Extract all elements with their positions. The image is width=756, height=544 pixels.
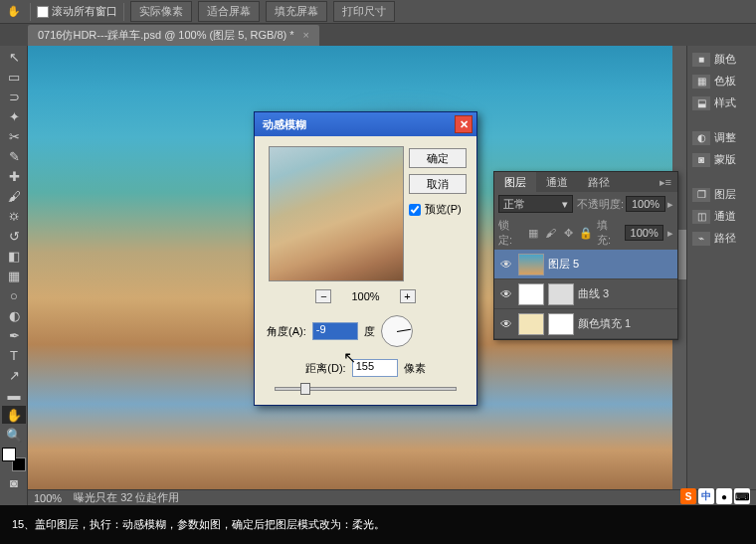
brush-tool-icon[interactable]: 🖌: [2, 187, 26, 205]
move-tool-icon[interactable]: ↖: [2, 48, 26, 66]
zoom-in-button[interactable]: +: [400, 289, 416, 303]
blur-tool-icon[interactable]: ○: [2, 286, 26, 304]
lock-transparent-icon[interactable]: ▦: [526, 226, 540, 240]
shape-tool-icon[interactable]: ▬: [2, 386, 26, 404]
angle-input[interactable]: -9: [312, 322, 358, 340]
fill-screen-button[interactable]: 填充屏幕: [266, 1, 327, 22]
cancel-button[interactable]: 取消: [409, 174, 467, 194]
fill-input[interactable]: 100%: [625, 225, 663, 241]
dialog-close-button[interactable]: ✕: [455, 115, 472, 133]
wm-icon: ⌨: [734, 488, 750, 504]
eraser-tool-icon[interactable]: ◧: [2, 247, 26, 265]
layer-row[interactable]: 👁 图层 5: [494, 250, 677, 279]
opacity-label: 不透明度:: [577, 197, 624, 212]
tab-layers[interactable]: 图层: [494, 172, 536, 193]
preview-checkbox[interactable]: 预览(P): [409, 202, 467, 217]
gradient-tool-icon[interactable]: ▦: [2, 267, 26, 284]
layer-name[interactable]: 颜色填充 1: [578, 316, 673, 331]
tab-close-icon[interactable]: ×: [303, 29, 309, 41]
tab-paths[interactable]: 路径: [578, 172, 620, 193]
dock-label: 蒙版: [714, 152, 736, 167]
lasso-tool-icon[interactable]: ⊃: [2, 88, 26, 105]
print-size-button[interactable]: 打印尺寸: [333, 1, 395, 22]
fg-bg-colors[interactable]: [2, 448, 26, 471]
layer-mask-thumbnail[interactable]: [548, 313, 574, 335]
document-tab[interactable]: 0716仿HDR---踩单车.psd @ 100% (图层 5, RGB/8) …: [28, 25, 319, 46]
dock-color[interactable]: ■颜色: [689, 50, 754, 69]
angle-dial[interactable]: [381, 315, 413, 347]
adjustment-thumbnail[interactable]: [548, 283, 574, 305]
fill-thumbnail[interactable]: [518, 313, 544, 335]
panel-menu-icon[interactable]: ▸≡: [654, 176, 677, 189]
actual-pixels-button[interactable]: 实际像素: [130, 1, 192, 22]
layer-row[interactable]: 👁 颜色填充 1: [494, 309, 677, 339]
quickmask-icon[interactable]: ◙: [2, 473, 26, 491]
fg-color-swatch[interactable]: [2, 448, 16, 461]
dock-label: 通道: [714, 209, 736, 224]
type-tool-icon[interactable]: T: [2, 346, 26, 364]
paths-icon: ⌁: [692, 232, 710, 246]
fit-screen-button[interactable]: 适合屏幕: [198, 1, 260, 22]
opacity-input[interactable]: 100%: [626, 196, 665, 212]
scroll-all-checkbox[interactable]: 滚动所有窗口: [37, 4, 117, 19]
zoom-out-button[interactable]: −: [315, 289, 331, 303]
dock-label: 调整: [714, 130, 736, 145]
dock-label: 路径: [714, 231, 736, 246]
heal-tool-icon[interactable]: ✚: [2, 167, 26, 185]
stamp-tool-icon[interactable]: ⛭: [2, 207, 26, 225]
ok-button[interactable]: 确定: [409, 148, 467, 168]
blend-mode-select[interactable]: 正常▾: [498, 195, 573, 213]
dock-styles[interactable]: ⬓样式: [689, 93, 754, 112]
pen-tool-icon[interactable]: ✒: [2, 326, 26, 344]
dodge-tool-icon[interactable]: ◐: [2, 306, 26, 324]
lock-position-icon[interactable]: ✥: [561, 226, 575, 240]
dock-paths[interactable]: ⌁路径: [689, 229, 754, 248]
wand-tool-icon[interactable]: ✦: [2, 107, 26, 125]
dock-label: 颜色: [714, 52, 736, 67]
distance-label: 距离(D):: [305, 361, 345, 376]
dock-layers[interactable]: ❐图层: [689, 185, 754, 204]
preview-checkbox-input[interactable]: [409, 204, 421, 216]
layer-mask-thumbnail[interactable]: [518, 283, 544, 305]
zoom-value: 100%: [351, 290, 379, 302]
hand-tool-icon[interactable]: ✋: [2, 406, 26, 424]
hand-tool-icon[interactable]: ✋: [4, 2, 24, 22]
layer-thumbnail[interactable]: [518, 254, 544, 275]
layer-row[interactable]: 👁 曲线 3: [494, 279, 677, 309]
dialog-titlebar[interactable]: 动感模糊 ✕: [255, 112, 476, 136]
dock-swatch[interactable]: ▦色板: [689, 72, 754, 91]
blend-mode-value: 正常: [503, 197, 525, 212]
distance-input[interactable]: 155: [352, 359, 398, 377]
visibility-icon[interactable]: 👁: [498, 286, 514, 302]
history-brush-icon[interactable]: ↺: [2, 227, 26, 245]
marquee-tool-icon[interactable]: ▭: [2, 68, 26, 86]
distance-slider[interactable]: [275, 387, 457, 391]
dock-channels[interactable]: ◫通道: [689, 207, 754, 226]
zoom-tool-icon[interactable]: 🔍: [2, 426, 26, 444]
zoom-status[interactable]: 100%: [34, 492, 62, 504]
layers-panel: 图层 通道 路径 ▸≡ 正常▾ 不透明度: 100% ▸ 锁定: ▦ 🖌 ✥ 🔒…: [493, 171, 678, 340]
wm-icon: S: [680, 488, 696, 504]
chevron-right-icon[interactable]: ▸: [667, 198, 673, 211]
lock-all-icon[interactable]: 🔒: [579, 226, 593, 240]
layer-name[interactable]: 图层 5: [548, 257, 673, 272]
dock-mask[interactable]: ◙蒙版: [689, 150, 754, 169]
color-icon: ■: [692, 53, 710, 67]
slider-thumb[interactable]: [300, 383, 310, 395]
dialog-buttons: 确定 取消 预览(P): [409, 148, 467, 217]
eyedropper-tool-icon[interactable]: ✎: [2, 147, 26, 165]
path-tool-icon[interactable]: ↗: [2, 366, 26, 384]
layers-icon: ❐: [692, 188, 710, 202]
adjust-icon: ◐: [692, 131, 710, 145]
chevron-right-icon[interactable]: ▸: [667, 227, 673, 240]
visibility-icon[interactable]: 👁: [498, 316, 514, 332]
dock-label: 图层: [714, 187, 736, 202]
tab-channels[interactable]: 通道: [536, 172, 578, 193]
separator: [30, 3, 31, 21]
crop-tool-icon[interactable]: ✂: [2, 127, 26, 145]
swatch-icon: ▦: [692, 75, 710, 89]
layer-name[interactable]: 曲线 3: [578, 286, 673, 301]
dock-adjust[interactable]: ◐调整: [689, 128, 754, 147]
visibility-icon[interactable]: 👁: [498, 257, 514, 272]
lock-pixels-icon[interactable]: 🖌: [544, 226, 558, 240]
